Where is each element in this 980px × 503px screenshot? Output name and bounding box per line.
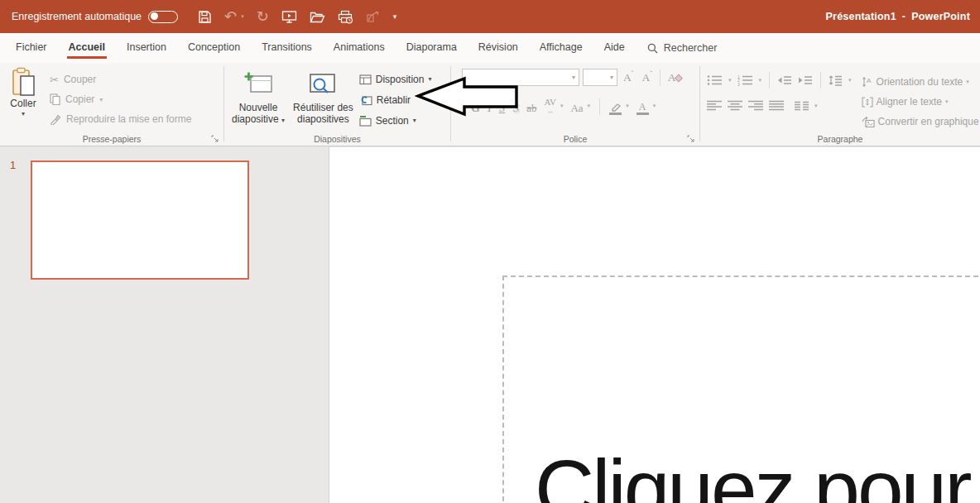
autosave-label: Enregistrement automatique [12, 11, 142, 22]
paragraph-group-label: Paragraphe [700, 134, 980, 144]
highlighter-icon [610, 103, 622, 112]
tab-fichier[interactable]: Fichier [5, 33, 58, 63]
spacing-dropdown-icon[interactable]: ▾ [560, 103, 564, 109]
autosave-toggle-icon[interactable] [148, 11, 178, 23]
highlight-dropdown-icon[interactable]: ▾ [626, 103, 629, 109]
reuse-slides-icon [308, 67, 338, 102]
columns-dropdown-icon[interactable]: ▾ [814, 103, 818, 109]
cut-button[interactable]: ✂ Couper [50, 69, 191, 89]
new-slide-label-line2: diapositive ▾ [232, 113, 285, 127]
search-box[interactable]: Rechercher [647, 42, 718, 54]
section-icon [359, 115, 372, 127]
clipboard-dialog-launcher-icon[interactable] [211, 135, 219, 143]
window-title: Présentation1 - PowerPoint [826, 11, 970, 22]
quick-print-icon[interactable] [338, 8, 353, 25]
line-spacing-dropdown-icon[interactable]: ▾ [848, 77, 852, 84]
disabled-command-icon[interactable] [366, 8, 381, 25]
paragraph-right-commands: A Orientation du texte ▾ Aligner le text… [862, 66, 979, 132]
open-file-icon[interactable] [310, 8, 325, 25]
font-dialog-launcher-icon[interactable] [687, 135, 695, 143]
font-size-dropdown-icon[interactable]: ▾ [610, 74, 613, 81]
clear-formatting-button[interactable]: A [665, 71, 683, 84]
title-placeholder-text[interactable]: Cliquez pour [535, 442, 969, 503]
copy-button[interactable]: Copier ▾ [50, 89, 191, 109]
text-orientation-icon: A [862, 76, 873, 88]
numbering-button[interactable]: 123 [737, 74, 753, 86]
align-left-button[interactable] [707, 100, 722, 111]
reset-label: Rétablir [377, 94, 411, 106]
paste-dropdown-icon[interactable]: ▾ [22, 110, 25, 117]
tab-affichage[interactable]: Affichage [529, 33, 593, 63]
font-name-dropdown-icon[interactable]: ▾ [572, 74, 575, 81]
align-right-button[interactable] [748, 100, 763, 111]
save-icon[interactable] [198, 8, 212, 25]
justify-button[interactable] [769, 100, 784, 111]
annotation-arrow-pointing-to-reset [415, 74, 521, 118]
increase-indent-button[interactable] [798, 75, 813, 86]
svg-text:3: 3 [737, 82, 740, 86]
align-text-dropdown-icon[interactable]: ▾ [945, 98, 949, 105]
slide-thumbnail[interactable] [31, 160, 249, 280]
font-group-label: Police [451, 134, 699, 144]
reuse-slides-label-line2: diapositives [297, 113, 349, 125]
format-painter-button[interactable]: Reproduire la mise en forme [50, 109, 191, 129]
tab-aide[interactable]: Aide [593, 33, 636, 63]
tab-revision[interactable]: Révision [468, 33, 529, 63]
decrease-indent-button[interactable] [777, 75, 792, 86]
font-color-dropdown-icon[interactable]: ▾ [653, 103, 656, 109]
bullets-button[interactable] [707, 74, 723, 86]
case-dropdown-icon[interactable]: ▾ [588, 103, 591, 109]
convert-to-smartart-button[interactable]: Convertir en graphique [862, 112, 979, 132]
new-slide-button[interactable]: Nouvelle diapositive ▾ [228, 66, 289, 132]
paste-button[interactable]: Coller ▾ [3, 66, 43, 132]
align-text-button[interactable]: Aligner le texte ▾ [862, 92, 979, 112]
quick-access-toolbar: ↶ ▾ ↻ ▾ [198, 8, 396, 25]
search-label: Rechercher [664, 42, 718, 54]
font-color-button[interactable]: A [637, 103, 649, 116]
grow-mark: ˆ [632, 70, 634, 78]
clipboard-paste-icon [11, 67, 36, 98]
tab-insertion[interactable]: Insertion [116, 33, 177, 63]
undo-dropdown-icon[interactable]: ▾ [241, 8, 244, 25]
clipboard-group-label: Presse-papiers [0, 134, 223, 144]
font-size-combobox[interactable]: ▾ [583, 69, 617, 86]
autosave-toggle-group[interactable]: Enregistrement automatique [12, 11, 178, 23]
tab-accueil[interactable]: Accueil [58, 33, 116, 63]
undo-icon[interactable]: ↶ [224, 8, 237, 25]
redo-icon[interactable]: ↻ [257, 8, 269, 25]
change-case-button[interactable]: Aa [570, 102, 583, 115]
start-slideshow-icon[interactable] [281, 8, 297, 25]
columns-button[interactable] [795, 101, 809, 111]
strikethrough-button[interactable]: ab [526, 102, 536, 115]
tab-diaporama[interactable]: Diaporama [396, 33, 468, 63]
highlight-color-button[interactable] [609, 103, 622, 116]
group-paragraphe: ▾ 123 ▾ ▾ [700, 63, 980, 146]
toggle-knob [151, 12, 158, 20]
numbering-dropdown-icon[interactable]: ▾ [759, 77, 762, 84]
align-text-icon [862, 97, 873, 108]
cut-label: Couper [64, 74, 96, 85]
tab-animations[interactable]: Animations [323, 33, 396, 63]
grow-font-button[interactable]: Aˆ [621, 70, 636, 84]
new-slide-dropdown-icon[interactable]: ▾ [281, 117, 285, 124]
copy-dropdown-icon[interactable]: ▾ [99, 96, 103, 103]
ribbon-tabs: Fichier Accueil Insertion Conception Tra… [0, 33, 980, 63]
title-separator: - [902, 11, 906, 22]
text-orientation-button[interactable]: A Orientation du texte ▾ [862, 72, 979, 92]
line-spacing-button[interactable] [829, 74, 843, 86]
reuse-slides-button[interactable]: Réutiliser des diapositives [289, 66, 358, 132]
main-content: 1 Cliquez pour [0, 146, 980, 503]
slide-canvas[interactable]: Cliquez pour [329, 146, 980, 503]
bullets-dropdown-icon[interactable]: ▾ [728, 77, 732, 84]
shrink-font-button[interactable]: Aˇ [639, 70, 654, 84]
format-painter-label: Reproduire la mise en forme [66, 113, 191, 125]
text-orientation-dropdown-icon[interactable]: ▾ [966, 79, 969, 85]
character-spacing-button[interactable]: AV ↔ [544, 95, 555, 115]
align-center-button[interactable] [728, 100, 742, 111]
new-slide-label-line1: Nouvelle [239, 102, 278, 113]
reset-icon [359, 94, 372, 106]
tab-conception[interactable]: Conception [177, 33, 251, 63]
tab-transitions[interactable]: Transitions [251, 33, 323, 63]
slide-number: 1 [10, 159, 16, 171]
customize-qat-icon[interactable]: ▾ [393, 8, 397, 25]
